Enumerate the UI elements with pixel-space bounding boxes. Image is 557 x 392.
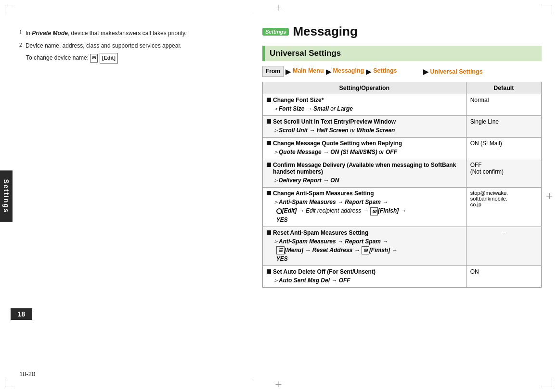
breadcrumb-main-menu: Main Menu (293, 66, 324, 76)
row-3-title: Change Message Quote Setting when Replyi… (267, 140, 462, 147)
note-1: 1 In Private Mode, device that makes/ans… (19, 29, 226, 39)
table-header-setting: Setting/Operation (263, 82, 466, 94)
crosshair-top (278, 5, 279, 11)
breadcrumb-settings: Settings (373, 66, 397, 76)
bullet-icon (267, 163, 271, 167)
note-1-sup: 1 (19, 29, 22, 39)
row-4-desc: ＞Delivery Report → ON (267, 176, 462, 185)
table-row: Change Font Size* ＞Font Size → Small or … (263, 94, 542, 116)
row-1-desc: ＞Font Size → Small or Large (267, 104, 462, 113)
corner-mark-tr (543, 5, 552, 14)
table-row: Confirm Message Delivery (Available when… (263, 159, 542, 188)
row-7-default: ON (466, 266, 541, 288)
edit-key-icon: ✉ (90, 54, 98, 63)
row-7-title: Set Auto Delete Off (For Sent/Unsent) (267, 268, 462, 275)
table-row: Set Scroll Unit in Text Entry/Preview Wi… (263, 116, 542, 138)
page-title: Messaging (293, 24, 357, 39)
row-6-title: Reset Anti-Spam Measures Setting (267, 229, 462, 236)
left-column: 1 In Private Mode, device that makes/ans… (19, 29, 226, 63)
bullet-icon (267, 141, 271, 145)
finish-key-icon: ✉ (370, 207, 378, 215)
row-3-desc: ＞Quote Message → ON (S! Mail/SMS) or OFF (267, 148, 462, 156)
row-6-default: – (466, 227, 541, 266)
bullet-icon (267, 230, 271, 235)
row-5-default: stop@meiwaku.softbankmobile.co.jp (466, 188, 541, 227)
menu-key-icon: ☰ (276, 246, 285, 254)
row-2-setting: Set Scroll Unit in Text Entry/Preview Wi… (263, 116, 466, 138)
breadcrumb: From ▶ Main Menu ▶ Messaging ▶ Settings … (262, 66, 542, 77)
row-1-setting: Change Font Size* ＞Font Size → Small or … (263, 94, 466, 116)
finish-key-icon-2: ✉ (362, 246, 369, 254)
column-divider (253, 14, 253, 378)
settings-badge: Settings (262, 28, 289, 36)
breadcrumb-arrow-1: ▶ (285, 66, 291, 77)
title-row: Settings Messaging (262, 24, 542, 39)
bullet-icon (267, 191, 271, 195)
row-1-default: Normal (466, 94, 541, 116)
table-header-default: Default (466, 82, 541, 94)
right-column: Settings Messaging Universal Settings Fr… (262, 24, 542, 288)
note-2-sub: To change device name: ✉ [Edit] (19, 53, 226, 63)
bullet-icon (267, 98, 271, 102)
note-2-sup: 2 (19, 41, 22, 52)
page-number: 18-20 (19, 370, 35, 378)
crosshair-right (546, 196, 552, 196)
bullet-icon (267, 119, 271, 124)
row-5-setting: Change Anti-Spam Measures Setting ＞Anti-… (263, 188, 466, 227)
note-1-text: In Private Mode, device that makes/answe… (24, 29, 187, 39)
table-row: Reset Anti-Spam Measures Setting ＞Anti-S… (263, 227, 542, 266)
corner-mark-tl (5, 5, 14, 14)
breadcrumb-arrow-2: ▶ (326, 66, 331, 77)
row-2-title: Set Scroll Unit in Text Entry/Preview Wi… (267, 118, 462, 125)
crosshair-bottom (278, 381, 279, 387)
section-header: Universal Settings (262, 46, 542, 61)
note-2-text: Device name, address, class and supporte… (24, 41, 182, 52)
row-2-desc: ＞Scroll Unit → Half Screen or Whole Scre… (267, 126, 462, 135)
row-3-default: ON (S! Mail) (466, 138, 541, 159)
row-5-title: Change Anti-Spam Measures Setting (267, 190, 462, 197)
corner-mark-bl (5, 378, 14, 387)
row-6-setting: Reset Anti-Spam Measures Setting ＞Anti-S… (263, 227, 466, 266)
circle-button-icon (276, 208, 282, 214)
row-2-default: Single Line (466, 116, 541, 138)
row-7-setting: Set Auto Delete Off (For Sent/Unsent) ＞A… (263, 266, 466, 288)
from-label: From (262, 66, 284, 77)
breadcrumb-universal-settings: Universal Settings (430, 67, 483, 76)
breadcrumb-arrow-3: ▶ (366, 66, 371, 77)
row-5-desc: ＞Anti-Spam Measures → Report Spam → [Edi… (267, 198, 462, 224)
page-badge: 18 (11, 308, 32, 320)
note-2: 2 Device name, address, class and suppor… (19, 41, 226, 52)
edit-button-label: [Edit] (100, 53, 118, 63)
settings-table: Setting/Operation Default Change Font Si… (262, 82, 542, 288)
table-row: Set Auto Delete Off (For Sent/Unsent) ＞A… (263, 266, 542, 288)
row-3-setting: Change Message Quote Setting when Replyi… (263, 138, 466, 159)
breadcrumb-arrow-4: ▶ (423, 66, 428, 77)
table-row: Change Anti-Spam Measures Setting ＞Anti-… (263, 188, 542, 227)
settings-tab: Settings (0, 170, 13, 222)
row-1-title: Change Font Size* (267, 97, 462, 103)
table-row: Change Message Quote Setting when Replyi… (263, 138, 542, 159)
row-6-desc: ＞Anti-Spam Measures → Report Spam → ☰[Me… (267, 237, 462, 263)
corner-mark-br (543, 378, 552, 387)
row-4-setting: Confirm Message Delivery (Available when… (263, 159, 466, 188)
bullet-icon (267, 269, 271, 274)
row-4-default: OFF(Not confirm) (466, 159, 541, 188)
row-7-desc: ＞Auto Sent Msg Del → OFF (267, 276, 462, 285)
row-4-title: Confirm Message Delivery (Available when… (267, 162, 462, 175)
breadcrumb-messaging: Messaging (333, 66, 364, 76)
